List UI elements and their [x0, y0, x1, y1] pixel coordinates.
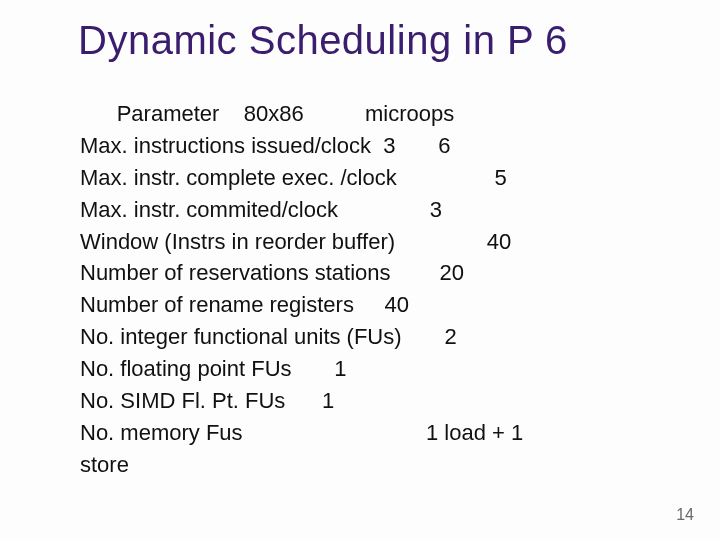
row-label: Number of rename registers [80, 292, 354, 317]
row-value: 1 [334, 356, 346, 381]
row-label: store [80, 452, 129, 477]
row-label: Window (Instrs in reorder buffer) [80, 229, 395, 254]
row-label: Max. instr. complete exec. /clock [80, 165, 397, 190]
hdr-param-text: Parameter [117, 101, 220, 126]
row-value: 40 [384, 292, 408, 317]
table-row: No. floating point FUs 1 [80, 353, 670, 385]
table-row: store [80, 449, 670, 481]
row-label: No. floating point FUs [80, 356, 292, 381]
row-label: Max. instructions issued/clock [80, 133, 371, 158]
row-value: 3 [383, 133, 395, 158]
table-row: Max. instructions issued/clock 3 6 [80, 130, 670, 162]
table-row: Max. instr. complete exec. /clock 5 [80, 162, 670, 194]
row-label: No. memory Fus [80, 420, 243, 445]
row-value: 20 [439, 260, 463, 285]
hdr-80x86: 80x86 [244, 101, 304, 126]
row-label: No. integer functional units (FUs) [80, 324, 402, 349]
table-row: Number of rename registers 40 [80, 289, 670, 321]
table-row: Max. instr. commited/clock 3 [80, 194, 670, 226]
hdr-microops: microops [365, 101, 454, 126]
hdr-parameter [80, 101, 117, 126]
table-row: No. SIMD Fl. Pt. FUs 1 [80, 385, 670, 417]
row-value: 6 [438, 133, 450, 158]
row-value: 2 [444, 324, 456, 349]
row-value: 5 [494, 165, 506, 190]
table-row: Number of reservations stations 20 [80, 257, 670, 289]
page-number: 14 [676, 506, 694, 524]
table-row: Window (Instrs in reorder buffer) 40 [80, 226, 670, 258]
row-label: Number of reservations stations [80, 260, 391, 285]
table-row: No. memory Fus 1 load + 1 [80, 417, 670, 449]
table-header: Parameter 80x86 microops [80, 98, 670, 130]
row-label: Max. instr. commited/clock [80, 197, 338, 222]
row-value: 40 [487, 229, 511, 254]
table-row: No. integer functional units (FUs) 2 [80, 321, 670, 353]
slide: Dynamic Scheduling in P 6 Parameter 80x8… [0, 0, 720, 540]
row-label: No. SIMD Fl. Pt. FUs [80, 388, 285, 413]
slide-body: Parameter 80x86 microops Max. instructio… [80, 98, 670, 481]
row-value: 1 load + 1 [426, 420, 523, 445]
row-value: 3 [430, 197, 442, 222]
slide-title: Dynamic Scheduling in P 6 [78, 18, 568, 63]
row-value: 1 [322, 388, 334, 413]
